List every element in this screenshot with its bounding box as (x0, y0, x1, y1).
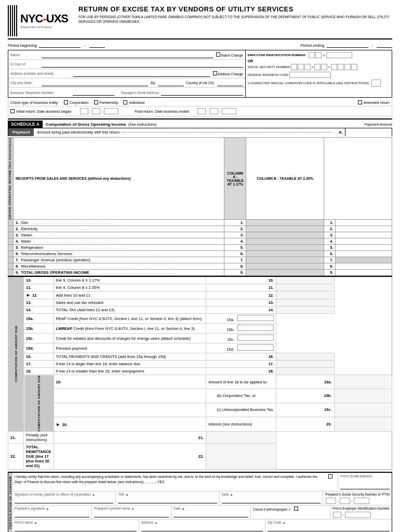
ptin-box-2[interactable] (340, 498, 350, 504)
ssn-box-4[interactable] (314, 64, 321, 70)
comp-input-2[interactable] (276, 291, 334, 299)
ssn-box-5[interactable] (321, 64, 327, 70)
row-val-b-6[interactable] (336, 257, 392, 263)
special-cond-box[interactable] (371, 79, 381, 87)
sub-box-5[interactable] (237, 315, 274, 321)
comp-input-10[interactable] (276, 361, 334, 368)
row-val-b-0[interactable] (336, 220, 392, 226)
ssn-box-1[interactable] (291, 64, 297, 70)
comp-input-11[interactable] (276, 368, 334, 375)
self-employed-label: Check if self-employed ✓ (253, 508, 291, 511)
address-change-checkbox[interactable] (213, 71, 217, 75)
row-val-a-7[interactable] (246, 263, 324, 270)
nyc-logo: NYC-UXS Department of Finance (20, 13, 68, 29)
row-val-a-2[interactable] (246, 232, 324, 238)
comp-input-4[interactable] (276, 307, 334, 314)
date-input[interactable] (222, 497, 321, 503)
comp-ref-2: 12. (206, 291, 276, 299)
row-val-b-5[interactable] (336, 251, 392, 257)
ein-box-3[interactable] (326, 52, 352, 58)
self-employed-checkbox[interactable] (294, 507, 298, 511)
sub-box-7[interactable] (237, 335, 274, 341)
period-beginning-field2[interactable] (89, 43, 105, 48)
name-input[interactable] (42, 52, 213, 58)
end-year-box[interactable] (222, 108, 236, 114)
name-change-checkbox[interactable] (216, 52, 220, 57)
city-input[interactable] (42, 80, 148, 86)
address-input[interactable] (141, 525, 263, 531)
row-val-a-1[interactable] (246, 226, 324, 232)
ssn-box-9[interactable] (351, 64, 357, 70)
row-val-a-5[interactable] (246, 251, 324, 257)
name-ein-wrapper: Name: Name Change In Care of: Address (n… (8, 50, 392, 98)
row-val-a-8[interactable] (246, 270, 324, 276)
period-ending-field[interactable] (327, 43, 368, 48)
comp-input-1[interactable] (276, 284, 334, 291)
comp-input-3[interactable] (276, 299, 334, 307)
ein-box-2[interactable] (315, 52, 322, 58)
comp-input-0[interactable] (276, 276, 334, 284)
phone-input[interactable] (73, 89, 114, 96)
fein-box-2[interactable] (345, 512, 371, 518)
ptin-box-1[interactable] (326, 498, 336, 504)
ssn-box-8[interactable] (344, 64, 351, 70)
address-input[interactable] (73, 71, 210, 77)
sub-box-6[interactable] (237, 325, 274, 331)
preparer-sig-input[interactable] (15, 511, 89, 517)
end-month-box[interactable] (197, 108, 206, 114)
comp-ref-6: 15b. (206, 324, 276, 334)
title-input[interactable] (118, 497, 217, 503)
ssn-box-7[interactable] (338, 64, 344, 70)
zip-cert-input[interactable] (268, 525, 390, 531)
end-day-box[interactable] (210, 108, 218, 114)
ein-box-1[interactable] (309, 52, 315, 58)
sub-input-1[interactable] (334, 403, 392, 417)
period-ending-field2[interactable] (377, 43, 392, 48)
federal-box[interactable] (289, 72, 331, 78)
fein-box-1[interactable] (333, 512, 341, 518)
corporation-checkbox[interactable] (64, 100, 68, 104)
row-val-a-3[interactable] (246, 238, 324, 245)
payment-description: Amount being paid electronically with th… (37, 130, 119, 135)
comp-input-9[interactable] (276, 353, 334, 361)
sig-input[interactable] (15, 497, 113, 503)
ssn-box-6[interactable] (331, 64, 337, 70)
date2-input[interactable] (174, 511, 248, 517)
individual-checkbox[interactable] (123, 100, 127, 104)
row-val-a-6[interactable] (246, 257, 324, 263)
sub-box-8[interactable] (237, 344, 274, 351)
ssn-box-3[interactable] (304, 64, 311, 70)
yes-checkbox[interactable] (328, 474, 332, 478)
row-val-b-8[interactable] (336, 270, 392, 276)
email-input[interactable] (161, 89, 243, 96)
row-val-b-3[interactable] (336, 238, 392, 245)
row-val-b-7[interactable] (336, 263, 392, 270)
comp-input-12[interactable] (334, 375, 392, 389)
partnership-checkbox[interactable] (94, 100, 98, 104)
firms-name-input[interactable] (15, 525, 137, 531)
begin-year-box[interactable] (104, 108, 118, 114)
country-input[interactable] (217, 80, 243, 86)
payment-a-box[interactable] (345, 128, 392, 136)
row-val-a-4[interactable] (246, 245, 324, 251)
row-val-b-2[interactable] (336, 232, 392, 238)
sub-input-0[interactable] (334, 389, 392, 403)
firms-email-input[interactable] (340, 479, 390, 489)
zip-input[interactable] (158, 80, 184, 86)
comp-input-13[interactable] (334, 417, 392, 432)
comp-input-15[interactable] (206, 444, 276, 470)
row-val-a-0[interactable] (246, 220, 324, 226)
preparer-name-input[interactable] (94, 511, 169, 517)
comp-input-14[interactable] (206, 432, 276, 444)
initial-return-checkbox[interactable] (10, 109, 15, 113)
row-val-b-4[interactable] (336, 245, 392, 251)
period-beginning-field[interactable] (39, 43, 81, 48)
sub-desc-0: (b) Corporation Tax, or (206, 389, 276, 403)
care-of-input[interactable] (42, 61, 243, 68)
ssn-box-2[interactable] (298, 64, 304, 70)
row-val-b-1[interactable] (336, 226, 392, 232)
amended-checkbox[interactable] (358, 100, 362, 104)
ptin-box-3[interactable] (354, 498, 369, 504)
begin-day-box[interactable] (92, 108, 100, 114)
begin-month-box[interactable] (80, 108, 88, 114)
